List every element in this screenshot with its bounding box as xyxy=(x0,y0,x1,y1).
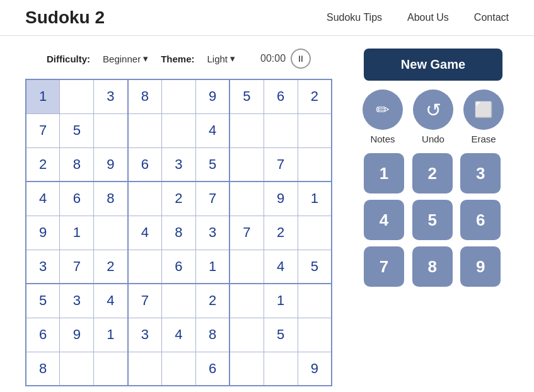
sudoku-cell[interactable]: 6 xyxy=(60,182,94,216)
sudoku-cell[interactable] xyxy=(298,284,332,318)
sudoku-cell[interactable] xyxy=(162,284,196,318)
sudoku-cell[interactable]: 1 xyxy=(264,284,298,318)
sudoku-cell[interactable]: 2 xyxy=(162,182,196,216)
sudoku-cell[interactable] xyxy=(162,113,196,147)
sudoku-cell[interactable]: 9 xyxy=(298,352,332,386)
sudoku-cell[interactable] xyxy=(94,352,128,386)
sudoku-cell[interactable] xyxy=(229,113,264,147)
sudoku-cell[interactable] xyxy=(229,284,264,318)
sudoku-cell[interactable]: 3 xyxy=(60,284,94,318)
sudoku-cell[interactable] xyxy=(229,318,264,352)
sudoku-cell[interactable]: 3 xyxy=(128,318,162,352)
sudoku-cell[interactable]: 2 xyxy=(264,216,298,250)
sudoku-cell[interactable]: 8 xyxy=(162,216,196,250)
sudoku-cell[interactable]: 1 xyxy=(94,318,128,352)
sudoku-cell[interactable]: 1 xyxy=(298,182,332,216)
numpad-button-9[interactable]: 9 xyxy=(460,246,501,287)
sudoku-cell[interactable]: 7 xyxy=(60,250,94,284)
notes-button[interactable]: ✏ xyxy=(363,89,403,130)
numpad-button-4[interactable]: 4 xyxy=(364,200,404,240)
sudoku-cell[interactable]: 9 xyxy=(94,147,128,182)
new-game-button[interactable]: New Game xyxy=(364,49,502,81)
numpad-button-5[interactable]: 5 xyxy=(412,200,453,240)
sudoku-cell[interactable] xyxy=(229,182,264,216)
sudoku-cell[interactable] xyxy=(162,352,196,386)
sudoku-cell[interactable]: 3 xyxy=(94,79,128,113)
numpad-button-8[interactable]: 8 xyxy=(412,246,453,287)
sudoku-cell[interactable]: 6 xyxy=(26,318,60,352)
sudoku-cell[interactable]: 8 xyxy=(60,147,94,182)
sudoku-cell[interactable]: 3 xyxy=(26,250,60,284)
sudoku-cell[interactable]: 8 xyxy=(128,79,162,113)
numpad-button-3[interactable]: 3 xyxy=(460,153,501,193)
sudoku-cell[interactable]: 7 xyxy=(229,216,264,250)
sudoku-cell[interactable]: 9 xyxy=(60,318,94,352)
sudoku-cell[interactable]: 5 xyxy=(60,113,94,147)
sudoku-cell[interactable] xyxy=(128,352,162,386)
undo-button[interactable]: ↺ xyxy=(413,89,453,130)
nav-about-us[interactable]: About Us xyxy=(407,12,449,23)
erase-button[interactable]: ⬜ xyxy=(463,89,504,130)
sudoku-cell[interactable] xyxy=(128,250,162,284)
pause-button[interactable]: ⏸ xyxy=(291,49,311,69)
nav-contact[interactable]: Contact xyxy=(474,12,509,23)
sudoku-cell[interactable]: 4 xyxy=(26,182,60,216)
sudoku-cell[interactable] xyxy=(128,113,162,147)
sudoku-cell[interactable] xyxy=(94,216,128,250)
sudoku-cell[interactable] xyxy=(162,79,196,113)
sudoku-cell[interactable]: 4 xyxy=(195,113,229,147)
sudoku-cell[interactable]: 7 xyxy=(264,147,298,182)
sudoku-cell[interactable]: 5 xyxy=(26,284,60,318)
sudoku-cell[interactable]: 3 xyxy=(162,147,196,182)
sudoku-cell[interactable]: 8 xyxy=(94,182,128,216)
sudoku-cell[interactable]: 7 xyxy=(26,113,60,147)
sudoku-cell[interactable]: 2 xyxy=(94,250,128,284)
sudoku-cell[interactable]: 5 xyxy=(298,250,332,284)
sudoku-cell[interactable] xyxy=(229,250,264,284)
sudoku-cell[interactable]: 2 xyxy=(26,147,60,182)
sudoku-cell[interactable]: 1 xyxy=(60,216,94,250)
sudoku-cell[interactable]: 7 xyxy=(195,182,229,216)
sudoku-cell[interactable] xyxy=(60,79,94,113)
sudoku-cell[interactable]: 5 xyxy=(229,79,264,113)
numpad-button-1[interactable]: 1 xyxy=(364,153,404,193)
sudoku-cell[interactable]: 4 xyxy=(94,284,128,318)
sudoku-cell[interactable]: 2 xyxy=(195,284,229,318)
sudoku-cell[interactable]: 9 xyxy=(195,79,229,113)
sudoku-cell[interactable]: 2 xyxy=(298,79,332,113)
sudoku-cell[interactable]: 6 xyxy=(162,250,196,284)
sudoku-cell[interactable] xyxy=(298,318,332,352)
nav-sudoku-tips[interactable]: Sudoku Tips xyxy=(327,12,382,23)
sudoku-cell[interactable] xyxy=(298,216,332,250)
difficulty-select[interactable]: Beginner ▾ xyxy=(103,53,148,64)
sudoku-cell[interactable]: 5 xyxy=(195,147,229,182)
sudoku-cell[interactable]: 4 xyxy=(162,318,196,352)
sudoku-cell[interactable]: 6 xyxy=(128,147,162,182)
sudoku-cell[interactable]: 9 xyxy=(26,216,60,250)
sudoku-cell[interactable] xyxy=(298,113,332,147)
sudoku-cell[interactable]: 8 xyxy=(195,318,229,352)
sudoku-cell[interactable] xyxy=(229,147,264,182)
sudoku-cell[interactable]: 4 xyxy=(264,250,298,284)
sudoku-cell[interactable]: 6 xyxy=(195,352,229,386)
sudoku-cell[interactable]: 5 xyxy=(264,318,298,352)
sudoku-cell[interactable] xyxy=(94,113,128,147)
sudoku-cell[interactable]: 9 xyxy=(264,182,298,216)
sudoku-cell[interactable] xyxy=(128,182,162,216)
sudoku-cell[interactable]: 6 xyxy=(264,79,298,113)
sudoku-cell[interactable] xyxy=(264,113,298,147)
sudoku-cell[interactable] xyxy=(264,352,298,386)
numpad-button-6[interactable]: 6 xyxy=(460,200,501,240)
sudoku-cell[interactable]: 4 xyxy=(128,216,162,250)
sudoku-cell[interactable] xyxy=(298,147,332,182)
sudoku-cell[interactable]: 3 xyxy=(195,216,229,250)
sudoku-cell[interactable]: 7 xyxy=(128,284,162,318)
sudoku-cell[interactable] xyxy=(229,352,264,386)
numpad-button-7[interactable]: 7 xyxy=(364,246,404,287)
sudoku-cell[interactable]: 1 xyxy=(195,250,229,284)
sudoku-cell[interactable]: 8 xyxy=(26,352,60,386)
theme-select[interactable]: Light ▾ xyxy=(207,53,235,64)
sudoku-cell[interactable] xyxy=(60,352,94,386)
numpad-button-2[interactable]: 2 xyxy=(412,153,453,193)
sudoku-cell[interactable]: 1 xyxy=(26,79,60,113)
